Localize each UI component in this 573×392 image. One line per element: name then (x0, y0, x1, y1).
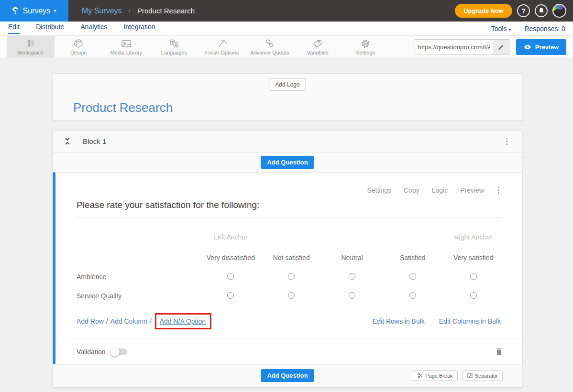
question-menu: Settings Copy Logic Preview (55, 173, 522, 195)
radio-button[interactable] (288, 292, 295, 299)
product-switcher[interactable]: ? Surveys ▾ (0, 0, 68, 22)
add-question-button-top[interactable]: Add Question (261, 156, 314, 169)
question-preview-link[interactable]: Preview (460, 186, 484, 194)
breadcrumb-my-surveys[interactable]: My Surveys (82, 7, 122, 15)
radio-button[interactable] (470, 292, 477, 299)
tab-edit[interactable]: Edit (8, 23, 20, 34)
add-row-link[interactable]: Add Row (77, 317, 104, 325)
survey-url-box (415, 39, 509, 55)
block-footer: Add Question Page Break Separator (53, 364, 522, 387)
edit-columns-in-bulk-link[interactable]: Edit Columns in Bulk (439, 317, 501, 325)
palette-icon (73, 38, 84, 49)
tag-icon (312, 38, 323, 49)
collapse-block-icon[interactable] (65, 138, 70, 145)
matrix-actions-row: Add Row / Add Column / Add N/A Option Ed… (77, 313, 501, 329)
help-icon[interactable]: ? (517, 4, 530, 17)
image-icon (121, 38, 132, 49)
tab-analytics[interactable]: Analytics (80, 23, 107, 34)
survey-title[interactable]: Product Research (73, 100, 173, 115)
radio-button[interactable] (349, 292, 355, 299)
breadcrumb-current-survey: Product Research (137, 7, 195, 15)
eye-icon (524, 44, 531, 50)
chain-links-icon (264, 38, 275, 49)
toolbar-item-finish-options[interactable]: Finish Options (198, 36, 246, 58)
question-settings-link[interactable]: Settings (367, 186, 391, 194)
questionpro-logo-icon: ? (12, 6, 18, 16)
product-name: Surveys (23, 7, 51, 15)
survey-nav: Edit Distribute Analytics Integration To… (0, 22, 573, 36)
add-logo-button[interactable]: Add Logo (269, 78, 306, 91)
tab-integration[interactable]: Integration (123, 23, 155, 34)
toolbar-item-design[interactable]: Design (55, 36, 102, 58)
toolbar-item-advance-quotas[interactable]: Advance Quotas (246, 36, 294, 58)
validation-label: Validation (77, 348, 105, 356)
responses-count[interactable]: Responses: 0 (524, 25, 565, 33)
block-card: Block 1 Add Question Settings Copy Logic… (53, 130, 522, 388)
edit-rows-in-bulk-link[interactable]: Edit Rows in Bulk (373, 317, 425, 325)
row-label-ambience[interactable]: Ambience (77, 267, 200, 286)
annotation-highlight-box: Add N/A Option (155, 313, 212, 329)
toolbar-item-variables[interactable]: Variables (294, 36, 342, 58)
workspace-icon (25, 38, 36, 49)
notifications-bell-icon[interactable] (535, 4, 548, 17)
toolbar-item-workspace[interactable]: Workspace (7, 36, 55, 58)
delete-question-trash-icon[interactable] (496, 348, 503, 356)
question-divider (77, 217, 501, 218)
question-menu-kebab-icon[interactable] (496, 185, 501, 195)
tools-dropdown[interactable]: Tools ▾ (491, 25, 511, 33)
matrix-row: Service Quality (77, 286, 504, 305)
left-anchor-field[interactable]: Left Anchor (200, 226, 261, 248)
chevron-down-icon: ▾ (54, 8, 56, 14)
editor-toolbar: Workspace Design Media Library Languages… (0, 36, 573, 58)
tab-distribute[interactable]: Distribute (36, 23, 64, 34)
question-text[interactable]: Please rate your satisfaction for the fo… (77, 200, 501, 210)
radio-button[interactable] (227, 292, 234, 299)
top-navbar: ? Surveys ▾ My Surveys › Product Researc… (0, 0, 573, 22)
toolbar-item-languages[interactable]: Languages (150, 36, 198, 58)
radio-button[interactable] (227, 273, 234, 280)
add-column-link[interactable]: Add Column (110, 317, 147, 325)
column-header[interactable]: Very dissatisfied (200, 248, 261, 267)
question-footer: Validation (55, 339, 522, 364)
preview-button[interactable]: Preview (516, 39, 566, 55)
row-label-service-quality[interactable]: Service Quality (77, 286, 200, 305)
question-logic-link[interactable]: Logic (432, 186, 448, 194)
matrix-table: Left Anchor Right Anchor Very dissatisfi… (77, 226, 504, 305)
upgrade-now-button[interactable]: Upgrade Now (455, 4, 512, 18)
add-question-strip-top: Add Question (53, 152, 522, 172)
column-header[interactable]: Very satisfied (443, 248, 504, 267)
gear-icon (360, 38, 371, 49)
chevron-down-icon: ▾ (508, 27, 511, 32)
page-break-button[interactable]: Page Break (413, 370, 457, 381)
matrix-row: Ambience (77, 267, 504, 286)
breadcrumb: My Surveys › Product Research (82, 7, 195, 15)
block-menu-kebab-icon[interactable] (504, 136, 509, 147)
breadcrumb-separator-icon: › (129, 7, 131, 14)
block-title[interactable]: Block 1 (83, 137, 106, 145)
add-na-option-link[interactable]: Add N/A Option (160, 317, 206, 325)
toolbar-item-settings[interactable]: Settings (342, 36, 389, 58)
radio-button[interactable] (409, 273, 416, 280)
magic-wand-icon (217, 38, 227, 49)
block-header: Block 1 (53, 131, 522, 152)
toolbar-item-media-library[interactable]: Media Library (102, 36, 150, 58)
translate-icon (168, 38, 180, 49)
separator-button[interactable]: Separator (463, 370, 503, 381)
edit-url-pencil-icon[interactable] (493, 40, 509, 54)
column-header[interactable]: Not satisfied (261, 248, 322, 267)
validation-toggle[interactable] (111, 348, 127, 355)
user-avatar[interactable] (552, 4, 566, 18)
checkbox-checked-icon (467, 373, 473, 378)
survey-header-card: Add Logo Product Research (53, 73, 522, 121)
radio-button[interactable] (288, 273, 295, 280)
question-card: Settings Copy Logic Preview Please rate … (53, 172, 522, 364)
survey-url-input[interactable] (415, 44, 493, 51)
question-copy-link[interactable]: Copy (404, 186, 419, 194)
radio-button[interactable] (470, 273, 477, 280)
column-header[interactable]: Neutral (322, 248, 383, 267)
column-header[interactable]: Satisfied (382, 248, 443, 267)
add-question-button-bottom[interactable]: Add Question (261, 369, 314, 382)
radio-button[interactable] (409, 292, 416, 299)
radio-button[interactable] (349, 273, 355, 280)
right-anchor-field[interactable]: Right Anchor (443, 226, 504, 248)
